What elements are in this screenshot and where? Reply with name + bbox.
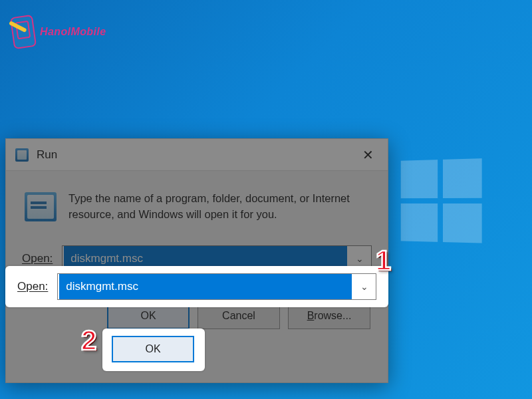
brand-watermark: HanolMobile [12,16,106,48]
brand-phone-icon [10,15,37,49]
ok-button-hl[interactable]: OK [112,336,194,362]
callout-step-2: 2 [81,325,96,356]
open-label-hl: Open: [17,280,48,293]
open-combobox-hl[interactable]: ⌄ [57,273,376,300]
highlight-ok-button: OK [102,329,205,371]
brand-text: HanolMobile [40,26,106,38]
run-title-icon [15,148,29,162]
windows-logo-watermark [401,158,486,247]
titlebar[interactable]: Run ✕ [6,139,388,171]
open-label: Open: [22,252,53,265]
chevron-down-icon-hl[interactable]: ⌄ [353,274,376,299]
highlight-open-row: Open: ⌄ [5,266,388,307]
run-program-icon [25,192,57,221]
open-input-hl[interactable] [59,274,352,299]
window-title: Run [37,148,57,162]
close-icon[interactable]: ✕ [348,139,388,171]
callout-step-1: 1 [376,245,391,277]
run-description: Type the name of a program, folder, docu… [68,191,372,223]
